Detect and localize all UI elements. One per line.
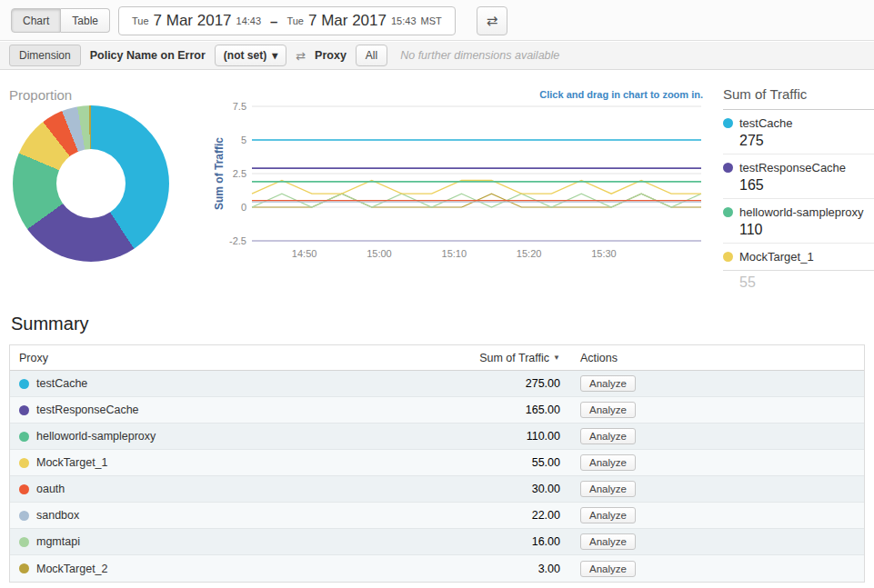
legend-item-head: MockTarget_1 — [723, 250, 874, 271]
legend-swatch — [723, 163, 733, 173]
x-tick-label: 15:10 — [442, 248, 467, 259]
table-row: testCache275.00Analyze — [10, 371, 864, 397]
proxy-name: mgmtapi — [36, 535, 80, 548]
table-row: sandbox22.00Analyze — [10, 503, 864, 529]
proxy-color-dot — [19, 511, 29, 521]
analyze-button[interactable]: Analyze — [580, 428, 636, 444]
proxy-color-dot — [19, 405, 29, 415]
legend-item[interactable]: testCache275 — [723, 110, 874, 154]
actions-cell: Analyze — [569, 454, 864, 471]
dimension-value-dropdown[interactable]: (not set) ▾ — [215, 45, 286, 66]
actions-cell: Analyze — [569, 481, 864, 497]
dimension-selected-value: (not set) — [224, 49, 266, 62]
analyze-button[interactable]: Analyze — [580, 375, 636, 392]
view-toggle: Chart Table — [11, 8, 110, 33]
legend-item[interactable]: testResponseCache165 — [723, 154, 874, 199]
legend-item[interactable]: helloworld-sampleproxy110 — [723, 199, 874, 244]
legend-item-head: helloworld-sampleproxy — [723, 205, 874, 219]
table-row: MockTarget_155.00Analyze — [10, 450, 864, 476]
analyze-button[interactable]: Analyze — [580, 481, 636, 497]
proxy-filter-button[interactable]: All — [356, 45, 387, 66]
start-date: 7 Mar 2017 — [154, 12, 232, 30]
proxy-name: MockTarget_2 — [36, 563, 108, 575]
actions-cell: Analyze — [569, 561, 864, 577]
traffic-value: 165.00 — [337, 404, 569, 416]
start-time: 14:43 — [236, 15, 262, 26]
analyze-button[interactable]: Analyze — [580, 533, 636, 550]
end-day: Tue — [286, 15, 304, 26]
legend-swatch — [723, 252, 733, 262]
refresh-icon: ⇄ — [487, 13, 498, 29]
table-row: mgmtapi16.00Analyze — [10, 529, 864, 555]
proxy-cell: oauth — [10, 483, 337, 495]
actions-cell: Analyze — [569, 507, 864, 523]
analyze-button[interactable]: Analyze — [580, 454, 636, 471]
legend-series-value: 55 — [739, 274, 874, 291]
legend-item[interactable]: MockTarget_155 — [723, 244, 874, 295]
traffic-value: 3.00 — [337, 563, 569, 575]
end-date: 7 Mar 2017 — [308, 12, 387, 30]
legend-swatch — [723, 207, 733, 217]
top-toolbar: Chart Table Tue 7 Mar 2017 14:43 – Tue 7… — [0, 0, 874, 41]
donut-hole — [56, 149, 126, 218]
table-row: MockTarget_23.00Analyze — [10, 555, 864, 582]
dimension-bar: Dimension Policy Name on Error (not set)… — [0, 42, 874, 70]
table-row: testResponseCache165.00Analyze — [10, 397, 864, 424]
proxy-cell: sandbox — [10, 509, 337, 522]
date-separator: – — [270, 14, 277, 29]
actions-cell: Analyze — [569, 375, 864, 392]
table-row: helloworld-sampleproxy110.00Analyze — [10, 424, 864, 450]
summary-title: Summary — [11, 314, 89, 334]
analyze-button[interactable]: Analyze — [580, 507, 636, 523]
y-tick-label: 5 — [241, 135, 246, 145]
legend-swatch — [723, 118, 733, 128]
chart-section: Proportion Click and drag in chart to zo… — [0, 70, 874, 304]
proxy-cell: testCache — [10, 377, 337, 390]
timezone-label: MST — [421, 15, 442, 26]
date-range-picker[interactable]: Tue 7 Mar 2017 14:43 – Tue 7 Mar 2017 15… — [118, 6, 456, 35]
chevron-down-icon: ▾ — [272, 49, 277, 62]
proxy-color-dot — [19, 563, 29, 573]
proxy-color-dot — [19, 432, 29, 442]
proxy-dimension-label: Proxy — [315, 49, 347, 62]
table-view-button[interactable]: Table — [61, 8, 110, 33]
swap-icon: ⇄ — [296, 49, 306, 63]
y-tick-label: 7.5 — [233, 101, 246, 112]
traffic-value: 55.00 — [337, 456, 569, 469]
chart-view-button[interactable]: Chart — [11, 8, 61, 33]
legend-series-name: MockTarget_1 — [739, 250, 814, 264]
analyze-button[interactable]: Analyze — [580, 402, 636, 418]
col-header-proxy: Proxy — [10, 352, 337, 364]
dimension-name: Policy Name on Error — [90, 49, 206, 62]
x-tick-label: 14:50 — [292, 248, 317, 259]
legend-series-value: 110 — [739, 222, 874, 238]
y-tick-label: 2.5 — [233, 168, 246, 179]
legend-item-head: testResponseCache — [723, 161, 874, 174]
summary-table: Proxy Sum of Traffic ▼ Actions testCache… — [9, 344, 865, 583]
traffic-line-chart[interactable]: 7.552.50-2.514:5015:0015:1015:2015:30Sum… — [212, 97, 710, 266]
legend-series-value: 275 — [739, 133, 874, 149]
legend-item-head: testCache — [723, 116, 874, 130]
analyze-button[interactable]: Analyze — [580, 561, 636, 577]
proxy-color-dot — [19, 379, 29, 389]
line-chart-svg: 7.552.50-2.514:5015:0015:1015:2015:30Sum… — [212, 97, 710, 266]
x-tick-label: 15:20 — [517, 248, 542, 259]
proxy-name: helloworld-sampleproxy — [36, 430, 156, 443]
y-tick-label: -2.5 — [229, 235, 246, 246]
proxy-name: testResponseCache — [36, 404, 139, 416]
col-header-traffic[interactable]: Sum of Traffic ▼ — [337, 352, 569, 364]
traffic-value: 110.00 — [337, 430, 569, 443]
x-tick-label: 15:00 — [367, 248, 392, 259]
chart-legend: Sum of Traffic testCache275testResponseC… — [723, 86, 874, 295]
proxy-cell: helloworld-sampleproxy — [10, 430, 337, 443]
proxy-name: MockTarget_1 — [36, 456, 108, 469]
table-row: oauth30.00Analyze — [10, 476, 864, 503]
end-time: 15:43 — [391, 15, 417, 26]
sort-desc-icon: ▼ — [553, 354, 560, 362]
table-header-row: Proxy Sum of Traffic ▼ Actions — [10, 345, 864, 371]
proxy-name: oauth — [36, 483, 65, 495]
proportion-donut-chart[interactable] — [13, 105, 169, 262]
proportion-title: Proportion — [9, 87, 72, 103]
refresh-button[interactable]: ⇄ — [477, 6, 507, 35]
traffic-value: 30.00 — [337, 483, 569, 495]
